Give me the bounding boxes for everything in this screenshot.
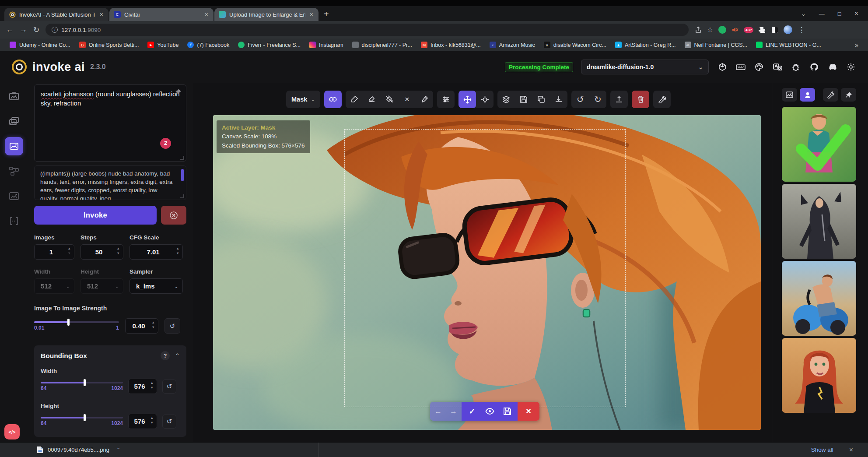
gallery-thumbnail[interactable] xyxy=(782,261,856,336)
resize-handle[interactable] xyxy=(180,194,184,198)
eraser-tool-button[interactable] xyxy=(363,91,381,108)
back-button[interactable]: ← xyxy=(6,25,14,34)
bookmark-item[interactable]: ▲ArtStation - Greg R... xyxy=(612,40,679,49)
collapse-chevron-icon[interactable]: ⌃ xyxy=(175,352,180,359)
console-toggle-button[interactable]: </> xyxy=(4,424,20,439)
theme-button[interactable] xyxy=(753,61,765,73)
tab-text-to-image[interactable] xyxy=(5,87,23,105)
settings-gear-button[interactable] xyxy=(845,61,857,73)
bbox-width-slider[interactable] xyxy=(41,382,123,383)
bbox-height-slider[interactable] xyxy=(41,417,123,418)
show-all-downloads-link[interactable]: Show all xyxy=(811,446,833,453)
save-to-gallery-button[interactable] xyxy=(515,91,532,108)
previous-image-button[interactable]: ← xyxy=(434,407,442,416)
gallery-settings-button[interactable] xyxy=(823,88,838,102)
cfg-scale-input[interactable]: 7.01 ▲▼ xyxy=(130,244,183,260)
hotkeys-button[interactable] xyxy=(735,61,746,73)
bookmark-item[interactable]: Vdisable Wacom Circ... xyxy=(540,40,610,49)
prompt-input[interactable]: scarlett johansson (round sunglasses) re… xyxy=(34,84,186,162)
bookmark-item[interactable]: MInbox - klk56831@... xyxy=(417,40,484,49)
bookmark-item[interactable]: LINE WEBTOON - G... xyxy=(752,40,825,49)
toggle-mask-button[interactable] xyxy=(324,91,342,108)
bbox-width-input[interactable]: 576 ▲▼ xyxy=(128,379,157,394)
tab-civitai[interactable]: C Civitai × xyxy=(109,8,214,21)
save-staging-button[interactable] xyxy=(499,402,515,421)
move-tool-button[interactable] xyxy=(458,91,476,108)
minimize-button[interactable]: — xyxy=(819,11,825,17)
accept-check-button[interactable]: ✓ xyxy=(464,402,480,421)
discard-button[interactable]: × xyxy=(518,402,539,421)
tab-close-icon[interactable]: × xyxy=(309,11,314,18)
gallery-thumbnail-selected[interactable] xyxy=(782,107,856,182)
undo-button[interactable]: ↺ xyxy=(571,91,589,108)
bookmark-item[interactable]: Fiverr - Freelance S... xyxy=(234,40,304,49)
tab-close-icon[interactable]: × xyxy=(99,11,104,18)
stepper-icons[interactable]: ▲▼ xyxy=(152,320,155,330)
site-info-icon[interactable]: i xyxy=(52,27,58,33)
tab-upload-image[interactable]: Upload Image to Enlarge & Enh... × xyxy=(214,8,318,21)
steps-input[interactable]: 50 ▲▼ xyxy=(80,244,123,260)
url-bar[interactable]: i 127.0.0.1:9090 xyxy=(46,24,689,36)
close-download-bar-icon[interactable]: × xyxy=(849,446,853,454)
sampler-select[interactable]: k_lms ⌄ xyxy=(130,278,183,294)
browser-menu-icon[interactable]: ⋮ xyxy=(798,25,805,35)
layer-select[interactable]: Mask ⌄ xyxy=(286,91,320,108)
model-select[interactable]: dreamlike-diffusion-1.0 ⌄ xyxy=(581,60,709,74)
canvas-image[interactable]: Active Layer: Mask Canvas Scale: 108% Sc… xyxy=(213,115,761,430)
tab-invokeai[interactable]: InvokeAI - A Stable Diffusion Too × xyxy=(4,8,108,21)
brush-options-button[interactable] xyxy=(437,91,455,108)
reload-button[interactable]: ↻ xyxy=(33,25,39,35)
next-image-button[interactable]: → xyxy=(450,407,457,416)
images-input[interactable]: 1 ▲▼ xyxy=(34,244,74,260)
download-item[interactable]: 000979.40d74eb5....png ⌃ xyxy=(32,444,126,455)
bookmark-item[interactable]: ♪Amazon Music xyxy=(486,40,539,49)
extensions-puzzle-icon[interactable] xyxy=(759,26,766,34)
brush-tool-button[interactable] xyxy=(346,91,363,108)
width-select[interactable]: 512 ⌄ xyxy=(34,278,74,294)
strength-reset-button[interactable]: ↺ xyxy=(164,318,180,334)
bookmark-item[interactable]: Udemy - Online Co... xyxy=(6,40,74,49)
stepper-icons[interactable]: ▲▼ xyxy=(150,416,154,425)
tab-image-to-image[interactable] xyxy=(5,112,23,130)
fill-bounding-box-button[interactable] xyxy=(381,91,398,108)
bbox-height-reset-button[interactable]: ↺ xyxy=(162,415,176,429)
bounding-box-overlay[interactable] xyxy=(344,129,626,407)
gallery-images-button[interactable] xyxy=(782,88,797,102)
height-select[interactable]: 512 ⌄ xyxy=(80,278,123,294)
tab-post-processing[interactable] xyxy=(5,187,23,205)
download-image-button[interactable] xyxy=(550,91,567,108)
stepper-icons[interactable]: ▲▼ xyxy=(68,246,71,256)
tab-unified-canvas[interactable] xyxy=(5,137,23,155)
bookmark-item[interactable]: Instagram xyxy=(306,40,347,49)
share-icon[interactable] xyxy=(695,26,702,33)
scrollbar-thumb[interactable] xyxy=(181,169,184,181)
darkreader-extension-icon[interactable] xyxy=(771,26,778,33)
bookmark-item[interactable]: discipleneil777 - Pr... xyxy=(349,40,416,49)
show-hide-eye-button[interactable] xyxy=(482,402,497,421)
more-bookmarks-chevron[interactable]: » xyxy=(855,41,862,49)
gallery-pin-button[interactable] xyxy=(841,88,856,102)
gallery-user-button[interactable] xyxy=(800,88,815,102)
upload-button[interactable] xyxy=(610,91,628,108)
copy-to-clipboard-button[interactable] xyxy=(532,91,550,108)
grammarly-extension-icon[interactable] xyxy=(718,26,726,34)
cancel-button[interactable] xyxy=(161,206,186,225)
bbox-height-input[interactable]: 576 ▲▼ xyxy=(128,414,157,429)
bookmark-star-icon[interactable]: ☆ xyxy=(707,26,713,34)
report-bug-button[interactable] xyxy=(790,61,802,73)
canvas-settings-button[interactable] xyxy=(653,91,671,108)
erase-bounding-box-button[interactable]: × xyxy=(398,91,416,108)
color-picker-button[interactable] xyxy=(416,91,433,108)
tab-close-icon[interactable]: × xyxy=(204,11,209,18)
forward-button[interactable]: → xyxy=(20,25,27,34)
tab-nodes[interactable] xyxy=(5,162,23,180)
negative-prompt-input[interactable]: ((implants)) (large boobs) nude bad anat… xyxy=(34,165,186,200)
language-button[interactable] xyxy=(772,61,783,73)
github-button[interactable] xyxy=(808,61,820,73)
mute-extension-icon[interactable] xyxy=(732,26,738,33)
discord-button[interactable] xyxy=(827,61,838,73)
resize-handle[interactable] xyxy=(180,156,184,160)
redo-button[interactable]: ↻ xyxy=(589,91,606,108)
strength-input[interactable]: 0.40 ▲▼ xyxy=(125,318,158,334)
stepper-icons[interactable]: ▲▼ xyxy=(176,246,179,256)
